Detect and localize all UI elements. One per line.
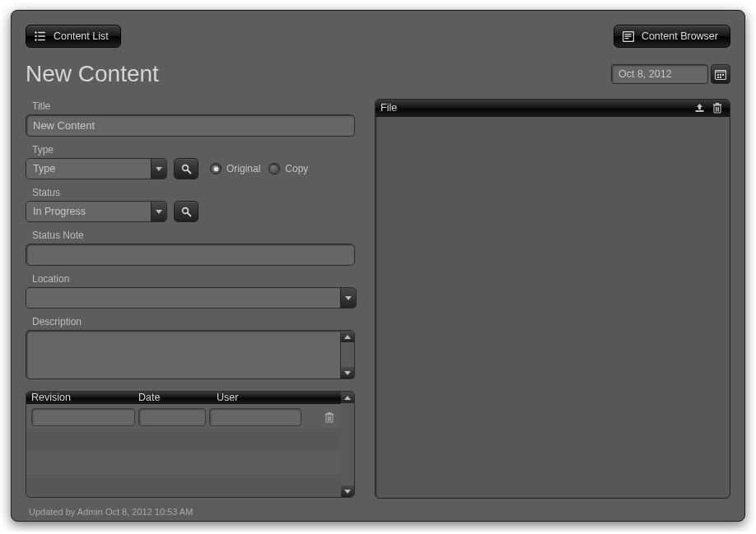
calendar-button[interactable]	[711, 64, 730, 84]
location-field: Location	[26, 273, 355, 309]
file-delete-button[interactable]	[710, 101, 725, 114]
chevron-down-icon	[344, 371, 351, 375]
origin-copy-radio[interactable]: Copy	[268, 163, 308, 174]
location-dropdown-button[interactable]	[340, 288, 356, 308]
content-list-label: Content List	[54, 30, 109, 42]
content-columns: Title Type Type	[26, 99, 730, 499]
svg-rect-1	[38, 32, 45, 34]
revision-cell-user[interactable]	[209, 408, 301, 426]
title-label: Title	[32, 100, 355, 112]
date-input[interactable]	[611, 64, 708, 84]
chevron-down-icon	[156, 167, 162, 171]
location-label: Location	[32, 273, 355, 285]
right-column: File	[375, 99, 730, 499]
status-field: Status In Progress	[26, 187, 355, 222]
revision-scrollbar	[341, 392, 354, 497]
svg-rect-9	[624, 38, 628, 39]
origin-copy-label: Copy	[285, 163, 308, 174]
scroll-up-button[interactable]	[341, 331, 354, 342]
svg-rect-13	[720, 74, 721, 76]
page-title: New Content	[26, 61, 159, 87]
svg-line-18	[187, 169, 190, 173]
file-panel-title: File	[380, 102, 397, 114]
revision-delete-button[interactable]	[323, 411, 336, 424]
status-note-label: Status Note	[32, 230, 355, 241]
table-row[interactable]	[26, 429, 341, 452]
type-label: Type	[32, 144, 355, 156]
content-browser-label: Content Browser	[642, 30, 718, 42]
search-icon	[181, 164, 192, 174]
table-row[interactable]	[26, 475, 341, 498]
window: Content List Content Browser New Content	[11, 10, 745, 522]
scroll-down-button[interactable]	[341, 367, 354, 378]
svg-point-0	[35, 31, 36, 33]
status-search-button[interactable]	[174, 201, 198, 222]
revision-rows	[26, 404, 341, 498]
svg-rect-16	[720, 77, 721, 78]
status-dropdown-button[interactable]	[151, 202, 166, 221]
upload-icon	[694, 103, 705, 113]
browser-icon	[622, 30, 635, 43]
file-panel-body[interactable]	[376, 117, 730, 498]
content-list-button[interactable]: Content List	[26, 25, 121, 48]
status-label: Status	[32, 187, 355, 198]
chevron-down-icon	[344, 490, 351, 494]
svg-rect-30	[716, 103, 719, 104]
trash-icon	[712, 103, 722, 114]
title-input[interactable]	[26, 114, 355, 137]
revision-col-date: Date	[138, 392, 217, 403]
scroll-track	[341, 342, 354, 367]
origin-original-radio[interactable]: Original	[210, 163, 260, 174]
topbar: Content List Content Browser	[26, 25, 730, 48]
scroll-up-button[interactable]	[341, 392, 354, 403]
type-field: Type Type	[26, 144, 355, 179]
status-dropdown-text: In Progress	[26, 202, 151, 221]
header-row: New Content	[26, 61, 730, 87]
scroll-down-button[interactable]	[341, 485, 354, 497]
svg-line-20	[187, 212, 190, 216]
table-row[interactable]	[26, 452, 341, 475]
calendar-icon	[715, 69, 726, 80]
title-field: Title	[26, 100, 355, 137]
chevron-up-icon	[344, 335, 351, 339]
svg-rect-7	[624, 34, 631, 35]
description-input[interactable]	[26, 331, 340, 378]
svg-rect-23	[328, 412, 331, 414]
svg-rect-12	[717, 74, 719, 76]
type-dropdown-button[interactable]	[151, 159, 166, 179]
revision-table: Revision Date User	[26, 391, 355, 498]
search-icon	[181, 207, 192, 217]
content-browser-button[interactable]: Content Browser	[614, 25, 730, 48]
svg-point-2	[35, 35, 36, 37]
description-label: Description	[32, 316, 355, 327]
status-dropdown[interactable]: In Progress	[26, 201, 167, 222]
trash-icon	[324, 412, 334, 423]
file-panel: File	[375, 99, 730, 499]
status-note-input[interactable]	[26, 244, 355, 266]
list-icon	[34, 30, 47, 43]
table-row[interactable]	[26, 404, 341, 429]
status-note-field: Status Note	[26, 230, 355, 266]
svg-rect-27	[695, 110, 703, 112]
revision-cell-date[interactable]	[138, 408, 206, 426]
chevron-up-icon	[344, 396, 351, 400]
revision-col-revision: Revision	[31, 392, 138, 403]
chevron-down-icon	[156, 210, 162, 214]
chevron-down-icon	[345, 296, 352, 300]
status-line: Updated by Admin Oct 8, 2012 10:53 AM	[29, 507, 730, 517]
location-dropdown[interactable]	[26, 287, 357, 309]
svg-rect-11	[716, 70, 726, 72]
radio-icon	[210, 163, 222, 174]
svg-rect-3	[38, 35, 45, 37]
svg-point-4	[35, 39, 36, 40]
window-inner: Content List Content Browser New Content	[14, 13, 742, 518]
svg-rect-22	[325, 413, 334, 415]
description-field: Description	[26, 316, 355, 379]
file-upload-button[interactable]	[692, 101, 707, 114]
svg-rect-8	[624, 35, 631, 36]
type-search-button[interactable]	[174, 158, 198, 179]
revision-col-user: User	[217, 392, 336, 403]
date-holder	[611, 64, 730, 84]
type-dropdown[interactable]: Type	[26, 158, 167, 179]
revision-cell-revision[interactable]	[31, 408, 135, 426]
